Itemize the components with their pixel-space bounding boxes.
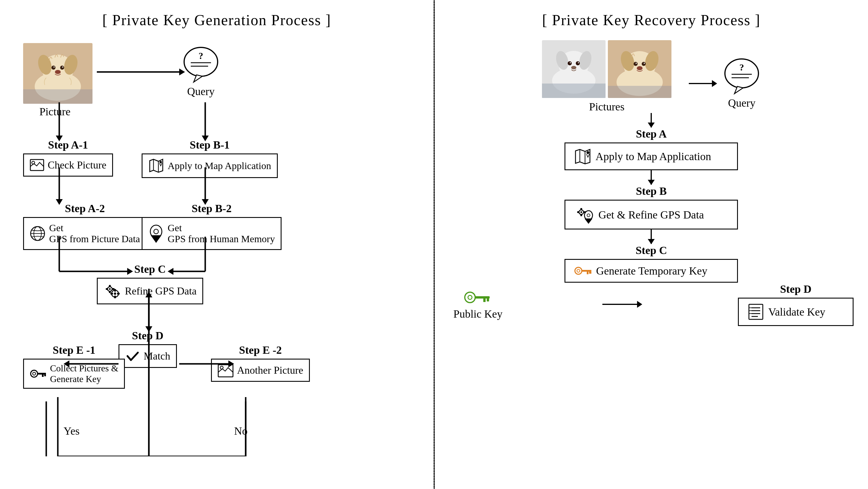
svg-rect-88 [542,84,606,98]
svg-rect-111 [580,214,582,216]
svg-point-115 [587,214,590,217]
svg-point-32 [52,66,56,70]
step-d-right-box: Validate Key [738,298,854,326]
step-c-wrapper: Step C [97,263,203,304]
svg-point-86 [578,62,579,63]
right-flow: Pictures ? Query [449,40,854,326]
right-panel: [ Private Key Recovery Process ] [435,0,868,489]
step-c-text: Refine GPS Data [125,285,196,297]
step-b2-wrapper: Step B-2 Get GPS from Human Memory [142,202,282,250]
query-label-left: Query [187,85,215,98]
svg-point-52 [154,229,158,234]
svg-point-34 [54,66,55,68]
yes-label: Yes [64,425,80,437]
step-a-label: Step A [636,127,667,140]
svg-point-85 [570,62,571,63]
step-c-box: Refine GPS Data [97,278,203,304]
step-b2-text-line2: GPS from Human Memory [168,234,275,245]
step-c-right-label: Step C [636,244,667,257]
left-panel: [ Private Key Generation Process ] [0,0,434,489]
svg-point-65 [31,370,38,377]
step-b1-text: Apply to Map Application [168,160,271,172]
step-a2-text-line2: GPS from Picture Data [49,234,140,245]
svg-point-87 [571,66,576,69]
step-c-right-block: Step C Generate Temporary Key [564,244,738,283]
step-e2-text: Another Picture [237,364,303,376]
right-panel-title: [ Private Key Recovery Process ] [449,11,854,29]
step-a-box: Apply to Map Application [564,143,738,170]
svg-rect-112 [577,211,580,213]
step-a2-wrapper: Step A-2 Get GPS from Picture Data [23,202,147,250]
svg-rect-67 [37,373,46,374]
svg-rect-69 [44,374,46,376]
step-b2-box: Get GPS from Human Memory [142,217,282,250]
step-c-right-text: Generate Temporary Key [596,265,707,277]
step-b1-label: Step B-1 [142,139,278,151]
svg-rect-119 [587,272,588,274]
svg-rect-62 [114,296,116,298]
svg-rect-126 [749,304,763,319]
step-a-block: Step A Apply to Map Application [564,127,738,170]
svg-point-121 [465,292,475,303]
step-b1-wrapper: Step B-1 Apply to Map Application [142,139,278,178]
svg-rect-58 [112,288,115,290]
svg-point-33 [60,66,64,70]
svg-rect-118 [582,270,591,272]
svg-point-54 [109,288,111,290]
picture-image [23,43,92,104]
svg-point-95 [642,62,646,66]
pictures-group: Pictures [542,40,672,113]
public-key-label: Public Key [454,307,503,320]
svg-rect-68 [42,374,44,377]
query-bubble-left: ? Query [182,46,220,98]
svg-rect-110 [580,208,582,210]
svg-point-109 [580,211,582,213]
svg-rect-125 [487,299,489,301]
step-b-label: Step B [636,185,667,197]
arrow-3 [651,230,652,244]
step-b-text: Get & Refine GPS Data [598,208,704,221]
right-pictures-label: Pictures [589,100,624,113]
step-a2-label: Step A-2 [23,202,147,215]
step-a-text: Apply to Map Application [595,150,711,163]
step-b2-label: Step B-2 [142,202,282,215]
step-d-text: Match [144,350,170,362]
step-e1-box: Collect Pictures & Generate Key [23,359,125,389]
step-a1-wrapper: Step A-1 Check Picture [23,139,113,177]
svg-point-122 [468,295,472,299]
svg-point-36 [55,70,61,74]
svg-text:?: ? [739,62,744,72]
svg-point-83 [568,61,572,65]
svg-point-47 [160,161,162,163]
step-b1-box: Apply to Map Application [142,153,278,178]
svg-point-94 [633,62,638,66]
svg-point-71 [220,366,223,369]
svg-point-97 [644,63,645,64]
svg-rect-99 [608,86,672,98]
svg-point-35 [62,66,63,68]
svg-rect-120 [589,272,591,274]
step-e1-label: Step E -1 [23,344,125,356]
step-e2-wrapper: Step E -2 Another Picture [211,344,310,382]
step-c-right-box: Generate Temporary Key [564,259,738,283]
step-b-block: Step B Get & Refine GPS Data [564,185,738,230]
svg-rect-124 [483,299,486,302]
step-e1-wrapper: Step E -1 Collect Pictures & Generate Ke… [23,344,125,389]
step-e2-box: Another Picture [211,359,310,382]
svg-point-60 [114,293,116,295]
svg-rect-64 [117,293,120,295]
step-a2-text-line1: Get [49,222,140,234]
arrow-1 [651,113,652,127]
svg-point-117 [577,269,580,272]
step-a1-label: Step A-1 [23,139,113,151]
svg-rect-55 [109,285,111,287]
svg-rect-63 [111,293,113,295]
step-d-right-text: Validate Key [768,305,825,318]
svg-point-96 [636,63,637,64]
svg-rect-57 [106,288,108,290]
no-label: No [234,425,247,437]
step-d-box: Match [119,344,177,368]
step-d-right-block: Step D Validate Key [738,283,854,326]
arrow-2 [651,170,652,185]
svg-point-107 [586,151,589,154]
